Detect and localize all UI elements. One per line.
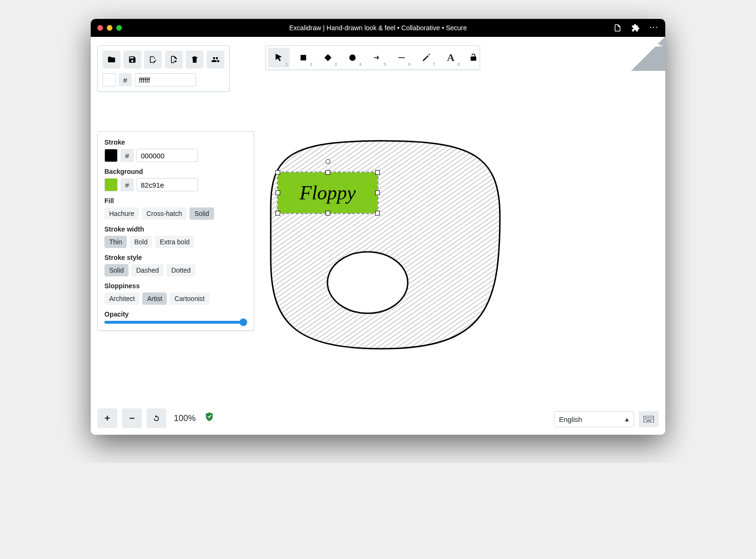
opacity-slider[interactable] (104, 321, 247, 324)
github-corner[interactable] (631, 37, 665, 71)
save-button[interactable] (123, 51, 141, 69)
fill-solid[interactable]: Solid (189, 207, 214, 220)
hash-label: # (120, 149, 134, 162)
tool-index: 7 (433, 62, 435, 67)
svg-rect-5 (648, 417, 649, 418)
svg-rect-3 (645, 417, 646, 418)
rotate-handle[interactable] (326, 159, 330, 164)
resize-handle-ne[interactable] (375, 170, 380, 175)
hash-label: # (120, 178, 134, 191)
hash-label: # (119, 73, 132, 86)
open-file-button[interactable] (103, 51, 120, 69)
sloppiness-architect[interactable]: Architect (104, 292, 139, 305)
element-properties-panel: Stroke # Background # Fill HachureCross-… (97, 131, 254, 331)
stroke-style-options: SolidDashedDotted (104, 264, 247, 276)
sloppiness-label: Sloppiness (104, 282, 247, 290)
tool-rectangle[interactable]: 2 (292, 48, 314, 68)
background-swatch[interactable] (104, 178, 118, 191)
sloppiness-options: ArchitectArtistCartoonist (104, 292, 247, 305)
svg-rect-9 (647, 419, 648, 420)
resize-handle-se[interactable] (375, 211, 380, 215)
collaborate-button[interactable] (206, 51, 224, 69)
resize-handle-sw[interactable] (275, 211, 280, 215)
minimize-window-button[interactable] (107, 25, 112, 31)
lock-tool-toggle[interactable] (469, 53, 478, 63)
canvas-bg-swatch[interactable] (103, 73, 116, 86)
file-toolbar: # (97, 45, 230, 92)
resize-handle-s[interactable] (326, 211, 330, 215)
stroke-style-dotted[interactable]: Dotted (166, 264, 195, 276)
tool-index: 6 (408, 62, 411, 67)
tool-index: 5 (384, 62, 386, 67)
opacity-label: Opacity (104, 310, 247, 318)
fill-hachure[interactable]: Hachure (104, 207, 139, 220)
app-window: Excalidraw | Hand-drawn look & feel • Co… (91, 19, 665, 435)
svg-point-17 (327, 252, 408, 313)
stroke-style-dashed[interactable]: Dashed (131, 264, 163, 276)
stroke-style-label: Stroke style (104, 254, 247, 261)
zoom-level: 100% (174, 413, 196, 423)
zoom-out-button[interactable]: − (122, 408, 142, 428)
background-label: Background (104, 168, 247, 175)
stroke-swatch[interactable] (104, 149, 118, 162)
svg-rect-0 (301, 55, 306, 60)
language-select[interactable]: English ▴ (554, 411, 634, 427)
svg-rect-12 (652, 419, 653, 420)
app-surface: # 1 2 3 4 5 (91, 37, 665, 435)
stroke-width-label: Stroke width (104, 225, 247, 233)
tool-diamond[interactable]: 3 (317, 48, 339, 68)
svg-rect-6 (650, 417, 651, 418)
slider-thumb[interactable] (240, 318, 247, 326)
file-icon[interactable] (613, 24, 622, 32)
fill-label: Fill (104, 197, 247, 205)
background-hex-input[interactable] (137, 178, 198, 191)
stroke-width-thin[interactable]: Thin (104, 236, 127, 248)
zoom-in-button[interactable]: + (97, 408, 117, 428)
resize-handle-n[interactable] (326, 170, 330, 175)
resize-handle-w[interactable] (275, 190, 280, 195)
language-current: English (559, 415, 582, 423)
extension-icon[interactable] (631, 24, 640, 32)
shape-toolbar: 1 2 3 4 5 6 7 (266, 45, 480, 70)
stroke-width-bold[interactable]: Bold (129, 236, 152, 248)
chevron-up-icon: ▴ (625, 415, 629, 423)
stroke-hex-input[interactable] (137, 149, 198, 162)
tool-index: 2 (310, 62, 312, 67)
save-as-button[interactable] (144, 51, 162, 69)
resize-handle-e[interactable] (375, 190, 380, 195)
svg-rect-8 (645, 419, 646, 420)
encryption-shield-icon[interactable] (204, 412, 215, 425)
clear-canvas-button[interactable] (186, 51, 204, 69)
close-window-button[interactable] (97, 25, 103, 31)
window-title: Excalidraw | Hand-drawn look & feel • Co… (91, 24, 665, 32)
resize-handle-nw[interactable] (275, 170, 280, 175)
canvas-bg-hex-input[interactable] (135, 73, 196, 86)
fill-cross-hatch[interactable]: Cross-hatch (142, 207, 187, 220)
zoom-toolbar: + − 100% (97, 408, 215, 428)
floppy-text-element[interactable]: Floppy (277, 172, 378, 214)
tool-freedraw[interactable]: 7 (415, 48, 437, 68)
stroke-width-extra-bold[interactable]: Extra bold (155, 236, 194, 248)
svg-rect-10 (648, 419, 649, 420)
tool-selection[interactable]: 1 (268, 48, 290, 68)
svg-rect-4 (647, 417, 648, 418)
svg-rect-11 (650, 419, 651, 420)
macos-titlebar: Excalidraw | Hand-drawn look & feel • Co… (91, 19, 665, 37)
traffic-lights (97, 25, 122, 31)
export-button[interactable] (165, 51, 183, 69)
keyboard-shortcuts-button[interactable] (639, 411, 659, 427)
floppy-text-value: Floppy (300, 181, 356, 204)
maximize-window-button[interactable] (116, 25, 122, 31)
sloppiness-cartoonist[interactable]: Cartoonist (170, 292, 209, 305)
zoom-reset-button[interactable] (146, 408, 166, 428)
tool-arrow[interactable]: 5 (366, 48, 388, 68)
more-menu-icon[interactable]: ⋮ (650, 23, 658, 33)
fill-options: HachureCross-hatchSolid (104, 207, 247, 220)
floppy-disk-shape[interactable] (264, 136, 505, 353)
tool-index: 3 (335, 62, 337, 67)
stroke-style-solid[interactable]: Solid (104, 264, 129, 276)
tool-ellipse[interactable]: 4 (342, 48, 363, 68)
tool-text[interactable]: A 8 (440, 48, 462, 68)
sloppiness-artist[interactable]: Artist (142, 292, 167, 305)
tool-line[interactable]: 6 (391, 48, 412, 68)
